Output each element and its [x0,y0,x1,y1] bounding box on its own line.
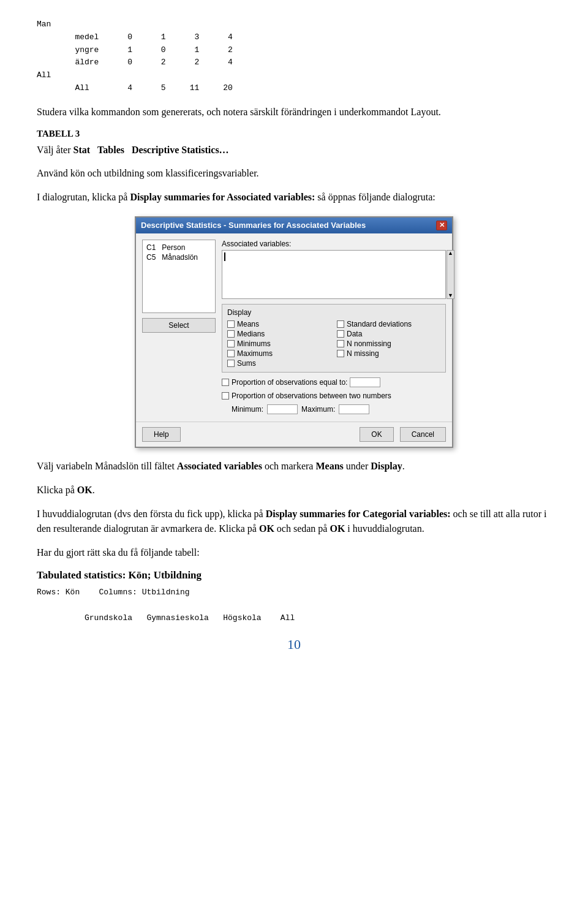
dialog-left-panel: C1 Person C5 Månadslön Select [142,240,216,415]
means-checkbox[interactable] [227,320,235,328]
proportion-equal-checkbox[interactable] [222,379,229,386]
n-nonmissing-label: N nonmissing [347,339,391,348]
data-label: Data [347,330,362,338]
checkbox-n-nonmissing[interactable]: N nonmissing [337,339,440,349]
paragraph-studera: Studera vilka kommandon som genererats, … [37,105,551,120]
dialog-footer: Help OK Cancel [136,422,452,447]
n-missing-label: N missing [347,349,379,358]
dialog-close-button[interactable]: ✕ [436,221,447,230]
minimums-checkbox[interactable] [227,340,235,347]
text-cursor [224,252,225,261]
checkbox-medians[interactable]: Medians [227,329,331,339]
paragraph-dialogrutan: I dialogrutan, klicka på Display summari… [37,190,551,205]
maximums-label: Maximums [237,349,273,358]
checkboxes-grid: Means Medians Minimums [227,319,440,368]
n-nonmissing-checkbox[interactable] [337,340,344,347]
means-label: Means [237,320,259,328]
medians-checkbox[interactable] [227,330,235,338]
checkbox-n-missing[interactable]: N missing [337,349,440,358]
minimum-label: Minimum: [232,405,263,414]
ok-button[interactable]: OK [360,427,393,442]
paragraph-valj-variabeln: Välj variabeln Månadslön till fältet Ass… [37,459,551,474]
minimums-label: Minimums [237,339,271,348]
dialog-titlebar: Descriptive Statistics - Summaries for A… [136,218,452,233]
tabell3-instruction: Välj åter Stat Tables Descriptive Statis… [37,143,551,158]
help-button[interactable]: Help [142,427,181,442]
paragraph-klicka-ok: Klicka på OK. [37,483,551,498]
proportion-between-checkbox[interactable] [222,392,229,400]
scrollbar[interactable]: ▲ ▼ [447,250,454,299]
stddev-checkbox[interactable] [337,320,344,328]
stddev-label: Standard deviations [347,320,412,328]
checkbox-maximums[interactable]: Maximums [227,349,331,358]
proportion-between-label: Proportion of observations between two n… [232,392,391,400]
proportion-equal-label: Proportion of observations equal to: [232,378,347,387]
proportion-equal-input[interactable] [350,377,380,387]
display-label: Display [227,308,440,317]
page-number: 10 [37,637,551,653]
variable-list[interactable]: C1 Person C5 Månadslön [142,240,216,313]
dialog-body: C1 Person C5 Månadslön Select Associated… [136,233,452,422]
tabulated-title: Tabulated statistics: Kön; Utbildning [37,569,551,581]
tabell3-heading: TABELL 3 [37,129,551,139]
n-missing-checkbox[interactable] [337,350,344,357]
proportion-between-row: Proportion of observations between two n… [222,390,446,401]
sums-checkbox[interactable] [227,360,235,367]
scroll-up-icon[interactable]: ▲ [448,251,453,256]
sums-label: Sums [237,359,256,368]
maximum-label: Maximum: [301,405,335,414]
select-button[interactable]: Select [142,318,216,333]
checkbox-data[interactable]: Data [337,329,440,339]
col1-checkboxes: Means Medians Minimums [227,319,331,368]
maximums-checkbox[interactable] [227,350,235,357]
dialog-box: Descriptive Statistics - Summaries for A… [135,216,453,448]
code-block-top: Man medel 0 1 3 4 yngre 1 0 1 2 äldre 0 … [37,18,551,95]
checkbox-minimums[interactable]: Minimums [227,339,331,349]
maximum-input[interactable] [339,404,369,414]
cancel-button[interactable]: Cancel [400,427,446,442]
paragraph-huvuddialog: I huvuddialogrutan (dvs den första du fi… [37,507,551,537]
display-section: Display Means Medians [222,304,446,373]
checkbox-sums[interactable]: Sums [227,358,331,368]
dialog-right-panel: Associated variables: ▲ ▼ Display [222,240,446,415]
assoc-variables-label: Associated variables: [222,240,446,248]
code-block-bottom: Rows: Kön Columns: Utbildning Grundskola… [37,586,551,624]
checkbox-stddev[interactable]: Standard deviations [337,319,440,329]
list-item-person[interactable]: C1 Person [145,243,213,252]
assoc-variables-input[interactable] [222,250,446,299]
checkbox-means[interactable]: Means [227,319,331,329]
tabell3-instruction2: Använd kön och utbildning som klassifice… [37,166,551,181]
dialog-wrapper: Descriptive Statistics - Summaries for A… [37,216,551,448]
dialog-title: Descriptive Statistics - Summaries for A… [141,221,366,230]
col2-checkboxes: Standard deviations Data N nonmissing [337,319,440,368]
medians-label: Medians [237,330,265,338]
list-item-manadslön[interactable]: C5 Månadslön [145,252,213,262]
scroll-down-icon[interactable]: ▼ [448,293,453,298]
data-checkbox[interactable] [337,330,344,338]
proportion-equal-row: Proportion of observations equal to: [222,376,446,388]
paragraph-har-du-gjort: Har du gjort rätt ska du få följande tab… [37,545,551,561]
min-max-row: Minimum: Maximum: [232,403,446,415]
minimum-input[interactable] [267,404,298,414]
